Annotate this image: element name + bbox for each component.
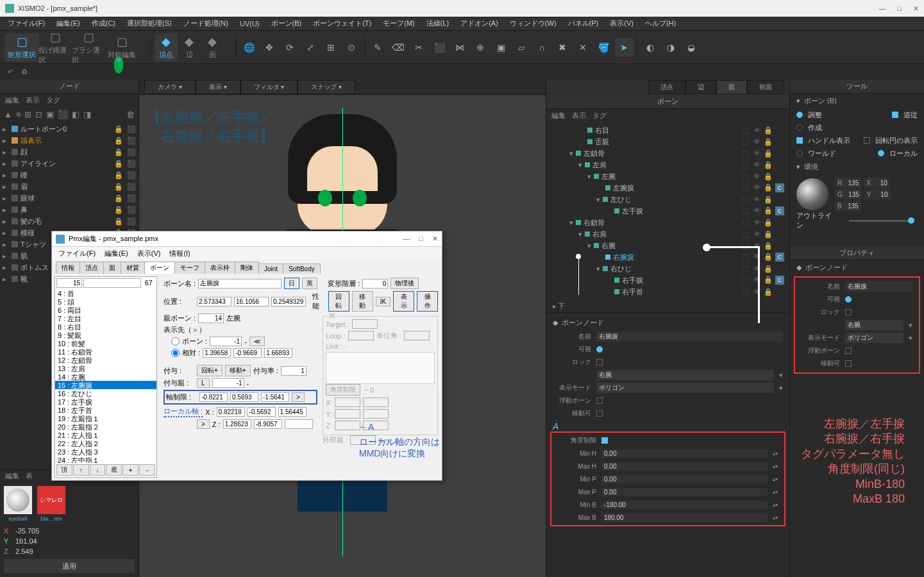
target-icon[interactable]: ⊙ (342, 38, 360, 56)
app-icon (5, 4, 14, 13)
tree-item[interactable]: ▸眼球👁🔒⬛ (0, 192, 139, 204)
overlay-title: 【左腕捩／左手捩／ 右腕捩／右手捩】 (147, 108, 274, 146)
bone-item[interactable]: 左手捩⬚👁🔒C (546, 205, 789, 217)
knife-icon[interactable]: ✂ (410, 38, 428, 56)
transform-tools: 🌐 ✥ ⟳ ⤢ ⊞ ⊙ (240, 38, 360, 56)
tool-矩形選択[interactable]: ▢矩形選択 (5, 33, 38, 62)
scale-icon[interactable]: ⤢ (301, 38, 319, 56)
outline-slider[interactable] (849, 220, 911, 222)
rotate-icon[interactable]: ⟳ (281, 38, 299, 56)
node-lock[interactable] (596, 359, 603, 365)
erase-icon[interactable]: ⌫ (389, 38, 407, 56)
edit-tools: ✎ ⌫ ✂ ⬛ ⋈ ⊕ ▣ ▱ ∩ ✖ ✕ 🪣 ➤ (369, 38, 633, 56)
menu-item[interactable]: ヘルプ(H) (640, 17, 681, 29)
bone-item[interactable]: 右手捩⬚👁🔒C (546, 274, 789, 286)
globe-icon[interactable]: 🌐 (240, 38, 258, 56)
env-preview[interactable] (796, 178, 828, 210)
tree-item[interactable]: ▸アイライン👁🔒⬛ (0, 158, 139, 169)
coord-x: -25.705 (15, 527, 39, 535)
menu-item[interactable]: 表示(V) (605, 17, 639, 29)
menu-item[interactable]: モーフ(M) (378, 17, 420, 29)
link-icon[interactable]: ✖ (553, 38, 571, 56)
tree-item[interactable]: ▸髪の毛👁🔒⬛ (0, 215, 139, 227)
tree-item[interactable]: ▸顔👁🔒⬛ (0, 146, 139, 158)
menu-item[interactable]: ノード処理(N) (178, 17, 233, 29)
snap-icon[interactable]: ⊞ (322, 38, 340, 56)
pencil-icon[interactable]: ✎ (369, 38, 387, 56)
node-panel-title: ノード (0, 79, 139, 94)
bucket-icon[interactable]: 🪣 (594, 38, 612, 56)
bone-panel-title: ボーン (546, 95, 789, 109)
coord-y: 161.04 (15, 537, 37, 545)
maximize-button[interactable]: □ (897, 4, 902, 13)
bone-item[interactable]: ▾左ひじ⬚👁🔒 (546, 194, 789, 205)
apply-button[interactable]: 適用 (4, 559, 135, 573)
menu-item[interactable]: 編集(E) (51, 17, 85, 29)
node-name[interactable]: 右腕捩 (596, 331, 783, 342)
menu-item[interactable]: 法線(L) (421, 17, 454, 29)
bone-panel: 頂点辺面前面 ボーン 編集表示タグ 右目⬚👁🔒舌親⬚👁🔒▾左鎖骨⬚👁🔒▾左肩⬚👁… (546, 79, 789, 577)
bone-item[interactable]: ▾左鎖骨⬚👁🔒 (546, 147, 789, 159)
bone-item[interactable]: 舌親⬚👁🔒 (546, 136, 789, 147)
window-title: XISMO2 - [pmx_sample*] (18, 4, 97, 12)
list-index-input[interactable] (56, 278, 82, 288)
minimize-button[interactable]: — (878, 4, 886, 13)
node-icon-strip: ▲≡⊞⊡▣⬛◧◨🗑 (0, 106, 139, 122)
bone-item[interactable]: 右手首⬚👁🔒 (546, 286, 789, 297)
cross-icon[interactable]: ✕ (574, 38, 592, 56)
main-menubar: ファイル(F)編集(E)作成(C)選択部処理(S)ノード処理(N)UV(U)ボー… (0, 17, 924, 31)
bone-item[interactable]: ▾右ひじ⬚👁🔒 (546, 263, 789, 274)
undo-icon[interactable]: ↶ (8, 68, 13, 76)
close-button[interactable]: ✕ (913, 4, 919, 13)
window-titlebar: XISMO2 - [pmx_sample*] — □ ✕ (0, 0, 924, 17)
tree-item[interactable]: ▸ルートボーン0👁🔒⬛ (0, 123, 139, 135)
menu-item[interactable]: 選択部処理(S) (122, 17, 177, 29)
merge-icon[interactable]: ⊕ (471, 38, 489, 56)
main-toolbar: ▢矩形選択▢投げ縄選択▢ブラシ選択▢対称編集 ◆頂点◆辺◆面 🌐 ✥ ⟳ ⤢ ⊞… (0, 31, 924, 64)
bone-item[interactable]: ▾左肩⬚👁🔒 (546, 159, 789, 171)
redo-icon[interactable]: ♻ (21, 68, 28, 76)
menu-item[interactable]: ファイル(F) (3, 17, 50, 29)
bone-item[interactable]: 右目⬚👁🔒 (546, 124, 789, 136)
bone-item[interactable]: ▾右鎖骨⬚👁🔒 (546, 217, 789, 228)
shape2-icon[interactable]: ◑ (662, 38, 680, 56)
tree-item[interactable]: ▸頭表示👁🔒⬛ (0, 135, 139, 146)
bone-item[interactable]: ▾左腕⬚👁🔒 (546, 171, 789, 182)
tree-item[interactable]: ▸瞳👁🔒⬛ (0, 169, 139, 181)
shape3-icon[interactable]: ◒ (682, 38, 700, 56)
tree-item[interactable]: ▸眉👁🔒⬛ (0, 181, 139, 192)
menu-item[interactable]: ボーンウェイト(T) (308, 17, 376, 29)
coord-z: 2.549 (15, 548, 33, 555)
menu-item[interactable]: ボーン(B) (266, 17, 307, 29)
menu-item[interactable]: パネル(P) (563, 17, 604, 29)
angle-limit-check[interactable] (601, 437, 608, 444)
menu-item[interactable]: ウィンドウ(W) (505, 17, 562, 29)
bone-item[interactable]: 右腕捩⬚👁🔒C (546, 251, 789, 263)
cube-icon[interactable]: ▣ (492, 38, 510, 56)
bone-item[interactable]: ▾右肩⬚👁🔒 (546, 228, 789, 240)
plane-icon[interactable]: ▱ (512, 38, 530, 56)
pmx-icon (56, 235, 65, 244)
shape1-icon[interactable]: ◐ (641, 38, 659, 56)
bone-item[interactable]: ▾右腕⬚👁🔒 (546, 240, 789, 251)
extrude-icon[interactable]: ⬛ (430, 38, 448, 56)
move-icon[interactable]: ✥ (260, 38, 278, 56)
menu-item[interactable]: UV(U) (235, 19, 265, 29)
menu-item[interactable]: 作成(C) (87, 17, 121, 29)
connect-icon[interactable]: ⋈ (451, 38, 469, 56)
menu-item[interactable]: アドオン(A) (455, 17, 503, 29)
tool-ブラシ選択[interactable]: ▢ブラシ選択 (72, 33, 105, 62)
magnet-icon[interactable]: ∩ (533, 38, 551, 56)
arrow-tool-icon[interactable]: ➤ (615, 38, 633, 56)
node-visible[interactable] (596, 346, 603, 353)
bone-item[interactable]: 左腕捩⬚👁🔒C (546, 182, 789, 194)
tree-item[interactable]: ▸鼻👁🔒⬛ (0, 204, 139, 215)
secondary-toolbar: ↶ ♻ (0, 64, 924, 79)
tool-投げ縄選択[interactable]: ▢投げ縄選択 (38, 33, 72, 62)
